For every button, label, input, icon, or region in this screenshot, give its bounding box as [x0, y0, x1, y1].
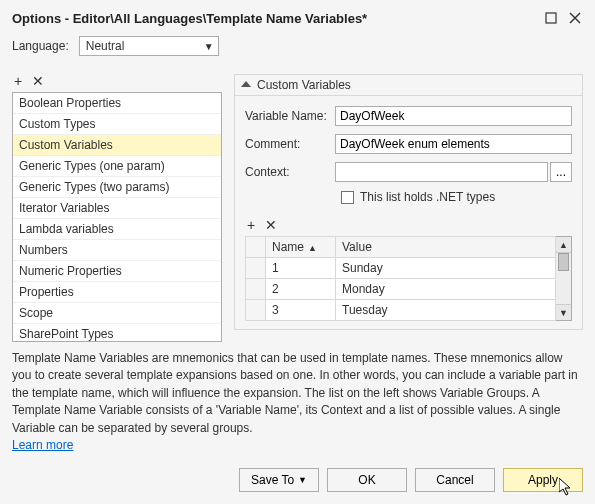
comment-row: Comment: [245, 134, 572, 154]
ok-button[interactable]: OK [327, 468, 407, 492]
close-icon[interactable] [567, 10, 583, 26]
context-input[interactable] [335, 162, 548, 182]
groups-toolbar: + ✕ [12, 74, 222, 88]
grid-header-name[interactable]: Name▲ [266, 237, 336, 258]
cancel-button[interactable]: Cancel [415, 468, 495, 492]
variable-name-input[interactable] [335, 106, 572, 126]
details-pane: Custom Variables Variable Name: Comment:… [234, 74, 583, 342]
delete-group-icon[interactable]: ✕ [32, 74, 44, 88]
cell-value[interactable]: Tuesday [336, 300, 556, 321]
dialog-buttons: Save To▼ OK Cancel Apply [239, 468, 583, 492]
net-types-checkbox[interactable] [341, 191, 354, 204]
cell-value[interactable]: Monday [336, 279, 556, 300]
section-title: Custom Variables [257, 78, 351, 92]
context-label: Context: [245, 165, 335, 179]
cell-value[interactable]: Sunday [336, 258, 556, 279]
collapse-icon [241, 78, 251, 92]
table-row[interactable]: 3Tuesday [246, 300, 556, 321]
grid-scrollbar[interactable]: ▲ ▼ [556, 236, 572, 321]
apply-button[interactable]: Apply [503, 468, 583, 492]
row-header [246, 300, 266, 321]
list-item[interactable]: Numeric Properties [13, 261, 221, 282]
cell-name[interactable]: 2 [266, 279, 336, 300]
comment-input[interactable] [335, 134, 572, 154]
groups-listbox[interactable]: Boolean PropertiesCustom TypesCustom Var… [12, 92, 222, 342]
chevron-down-icon: ▼ [204, 41, 214, 52]
values-toolbar: + ✕ [245, 218, 572, 232]
table-row[interactable]: 1Sunday [246, 258, 556, 279]
language-label: Language: [12, 39, 69, 53]
groups-pane: + ✕ Boolean PropertiesCustom TypesCustom… [12, 74, 222, 342]
row-header [246, 258, 266, 279]
description-text: Template Name Variables are mnemonics th… [12, 350, 583, 454]
language-row: Language: Neutral ▼ [12, 36, 583, 56]
svg-rect-0 [546, 13, 556, 23]
table-row[interactable]: 2Monday [246, 279, 556, 300]
list-item[interactable]: Properties [13, 282, 221, 303]
values-grid[interactable]: Name▲ Value 1Sunday2Monday3Tuesday [245, 236, 556, 321]
add-group-icon[interactable]: + [14, 74, 22, 88]
scroll-thumb[interactable] [558, 253, 569, 271]
scroll-up-icon[interactable]: ▲ [556, 237, 571, 253]
row-header [246, 279, 266, 300]
net-types-row: This list holds .NET types [245, 190, 572, 204]
language-combo[interactable]: Neutral ▼ [79, 36, 219, 56]
language-value: Neutral [86, 39, 125, 53]
list-item[interactable]: Custom Variables [13, 135, 221, 156]
add-value-icon[interactable]: + [247, 218, 255, 232]
values-area: + ✕ Name▲ Value [245, 218, 572, 321]
options-dialog: Options - Editor\All Languages\Template … [0, 0, 595, 504]
list-item[interactable]: Lambda variables [13, 219, 221, 240]
save-to-button[interactable]: Save To▼ [239, 468, 319, 492]
variable-name-row: Variable Name: [245, 106, 572, 126]
net-types-label: This list holds .NET types [360, 190, 495, 204]
learn-more-link[interactable]: Learn more [12, 438, 73, 452]
cell-name[interactable]: 1 [266, 258, 336, 279]
variable-name-label: Variable Name: [245, 109, 335, 123]
list-item[interactable]: Scope [13, 303, 221, 324]
scroll-down-icon[interactable]: ▼ [556, 304, 571, 320]
section-body: Variable Name: Comment: Context: ... Thi… [234, 95, 583, 330]
grid-header-value[interactable]: Value [336, 237, 556, 258]
titlebar: Options - Editor\All Languages\Template … [12, 8, 583, 36]
list-item[interactable]: SharePoint Types [13, 324, 221, 342]
main-area: + ✕ Boolean PropertiesCustom TypesCustom… [12, 74, 583, 342]
comment-label: Comment: [245, 137, 335, 151]
list-item[interactable]: Custom Types [13, 114, 221, 135]
cell-name[interactable]: 3 [266, 300, 336, 321]
context-row: Context: ... [245, 162, 572, 182]
grid-corner [246, 237, 266, 258]
chevron-down-icon: ▼ [298, 475, 307, 485]
window-controls [543, 10, 583, 26]
list-item[interactable]: Generic Types (one param) [13, 156, 221, 177]
svg-marker-3 [241, 81, 251, 87]
context-browse-button[interactable]: ... [550, 162, 572, 182]
list-item[interactable]: Generic Types (two params) [13, 177, 221, 198]
dialog-title: Options - Editor\All Languages\Template … [12, 11, 367, 26]
maximize-icon[interactable] [543, 10, 559, 26]
list-item[interactable]: Numbers [13, 240, 221, 261]
list-item[interactable]: Boolean Properties [13, 93, 221, 114]
values-grid-container: Name▲ Value 1Sunday2Monday3Tuesday ▲ ▼ [245, 236, 572, 321]
sort-asc-icon: ▲ [308, 243, 317, 253]
section-header[interactable]: Custom Variables [234, 74, 583, 95]
delete-value-icon[interactable]: ✕ [265, 218, 277, 232]
list-item[interactable]: Iterator Variables [13, 198, 221, 219]
